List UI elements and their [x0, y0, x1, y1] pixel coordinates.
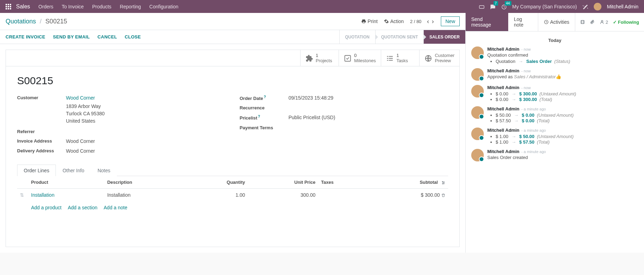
menu-reporting[interactable]: Reporting [120, 4, 141, 9]
attachment-icon[interactable] [580, 20, 585, 24]
add-section-link[interactable]: Add a section [68, 205, 97, 210]
message: Mitchell Admin - a minute ago$ 1.00 → $ … [471, 128, 638, 145]
delivery-address-value[interactable]: Wood Corner [66, 148, 95, 154]
message: Mitchell Admin - a minute agoSales Order… [471, 149, 638, 161]
message-author[interactable]: Mitchell Admin [487, 106, 519, 111]
puzzle-icon [305, 54, 313, 62]
status-quotation-sent[interactable]: QUOTATION SENT [375, 30, 424, 44]
line-product[interactable]: Installation [31, 192, 54, 198]
action-button[interactable]: Action [384, 19, 404, 24]
pager-value[interactable]: 2 / 80 [410, 19, 422, 24]
following-button[interactable]: ✓ Following [613, 20, 639, 25]
menu-orders[interactable]: Orders [38, 4, 53, 9]
check-square-icon [344, 54, 351, 62]
statusbar: CREATE INVOICE SEND BY EMAIL CANCEL CLOS… [0, 30, 465, 44]
breadcrumb: Quotations / S00215 [6, 18, 67, 25]
invoice-address-value[interactable]: Wood Corner [66, 138, 95, 144]
followers-button[interactable]: 2 [600, 20, 608, 25]
add-note-link[interactable]: Add a note [104, 205, 127, 210]
send-by-email-button[interactable]: SEND BY EMAIL [53, 34, 90, 39]
menu-products[interactable]: Products [92, 4, 111, 9]
col-product[interactable]: Product [28, 176, 104, 189]
breadcrumb-quotations[interactable]: Quotations [6, 18, 36, 25]
help-icon[interactable]: ? [264, 95, 266, 99]
message-author[interactable]: Mitchell Admin [487, 85, 519, 90]
col-unit-price[interactable]: Unit Price [248, 176, 318, 189]
col-subtotal[interactable]: Subtotal [366, 176, 448, 189]
arrow-icon: → [511, 134, 516, 139]
cancel-button[interactable]: CANCEL [97, 34, 117, 39]
message: Mitchell Admin - a minute ago$ 50.00 → $… [471, 106, 638, 123]
print-button[interactable]: Print [361, 19, 378, 24]
messaging-icon[interactable]: 7 [490, 3, 496, 9]
status-quotation[interactable]: QUOTATION [339, 30, 375, 44]
customer-link[interactable]: Wood Corner [66, 95, 95, 101]
message-text: Quotation confirmed [487, 52, 638, 58]
voip-icon[interactable] [479, 3, 484, 9]
change-item: $ 50.00 → $ 0.00 (Untaxed Amount) [496, 113, 638, 118]
address-line-2: Turlock CA 95380 [66, 110, 105, 117]
create-invoice-button[interactable]: CREATE INVOICE [6, 34, 45, 39]
pricelist-value[interactable]: Public Pricelist (USD) [289, 115, 335, 120]
col-description[interactable]: Description [104, 176, 185, 189]
col-taxes[interactable]: Taxes [318, 176, 366, 189]
columns-settings-icon[interactable] [440, 180, 445, 185]
add-product-link[interactable]: Add a product [31, 205, 61, 210]
drag-handle-icon[interactable]: ⇅ [20, 192, 25, 198]
col-quantity[interactable]: Quantity [185, 176, 248, 189]
message-text: Approved as Sales / Administrator👍 [487, 74, 638, 79]
delete-line-icon[interactable] [441, 192, 445, 198]
message: Mitchell Admin - nowApproved as Sales / … [471, 68, 638, 81]
tab-notes[interactable]: Notes [91, 165, 117, 176]
activities-badge: 44 [505, 1, 511, 6]
order-date-value[interactable]: 09/15/2023 15:48:29 [289, 95, 333, 101]
message-author[interactable]: Mitchell Admin [487, 149, 519, 154]
apps-icon[interactable] [6, 4, 11, 9]
avatar-icon [471, 85, 484, 97]
line-taxes[interactable] [318, 189, 366, 202]
customer-label: Customer [17, 95, 66, 100]
activities-icon[interactable]: 44 [501, 3, 507, 9]
tab-order-lines[interactable]: Order Lines [17, 165, 56, 176]
clock-icon [544, 20, 549, 24]
send-message-button[interactable]: Send message [466, 13, 508, 31]
attachment-clip-icon[interactable] [590, 20, 595, 24]
line-price[interactable]: 300.00 [248, 189, 318, 202]
pager-prev-icon[interactable]: ‹ [427, 18, 429, 25]
table-row[interactable]: ⇅ Installation Installation 1.00 300.00 … [17, 189, 448, 202]
message-author[interactable]: Mitchell Admin [487, 46, 519, 52]
avatar-icon [471, 46, 484, 59]
log-note-button[interactable]: Log note [508, 13, 538, 31]
status-sales-order[interactable]: SALES ORDER [423, 30, 465, 44]
svg-point-3 [442, 181, 443, 182]
print-icon [361, 19, 366, 24]
menu-to-invoice[interactable]: To Invoice [62, 4, 84, 9]
svg-point-8 [601, 20, 603, 22]
activities-button[interactable]: Activities [538, 13, 575, 31]
payment-terms-label: Payment Terms [240, 125, 289, 130]
menu-configuration[interactable]: Configuration [149, 4, 178, 9]
message-author[interactable]: Mitchell Admin [487, 68, 519, 73]
line-qty[interactable]: 1.00 [185, 189, 248, 202]
stat-milestones[interactable]: 0Milestones [339, 50, 381, 66]
pricelist-label: Pricelist? [240, 115, 289, 121]
stat-customer-preview[interactable]: CustomerPreview [419, 50, 459, 66]
company-switcher[interactable]: My Company (San Francisco) [512, 4, 577, 9]
user-name[interactable]: Mitchell Admin [607, 4, 638, 9]
app-name[interactable]: Sales [16, 3, 30, 10]
debug-icon[interactable] [583, 3, 588, 9]
new-button[interactable]: New [441, 16, 460, 26]
tab-other-info[interactable]: Other Info [56, 165, 91, 176]
globe-icon [424, 54, 432, 62]
stat-projects[interactable]: 1Projects [300, 50, 339, 66]
help-icon[interactable]: ? [258, 115, 260, 118]
pager-next-icon[interactable]: › [432, 18, 434, 25]
tasks-icon [386, 54, 394, 62]
line-description[interactable]: Installation [104, 189, 185, 202]
user-avatar-icon[interactable] [594, 3, 601, 10]
close-button[interactable]: CLOSE [125, 34, 141, 39]
avatar-icon [471, 106, 484, 119]
address-line-3: United States [66, 117, 105, 125]
stat-tasks[interactable]: 1Tasks [381, 50, 419, 66]
message-author[interactable]: Mitchell Admin [487, 128, 519, 133]
